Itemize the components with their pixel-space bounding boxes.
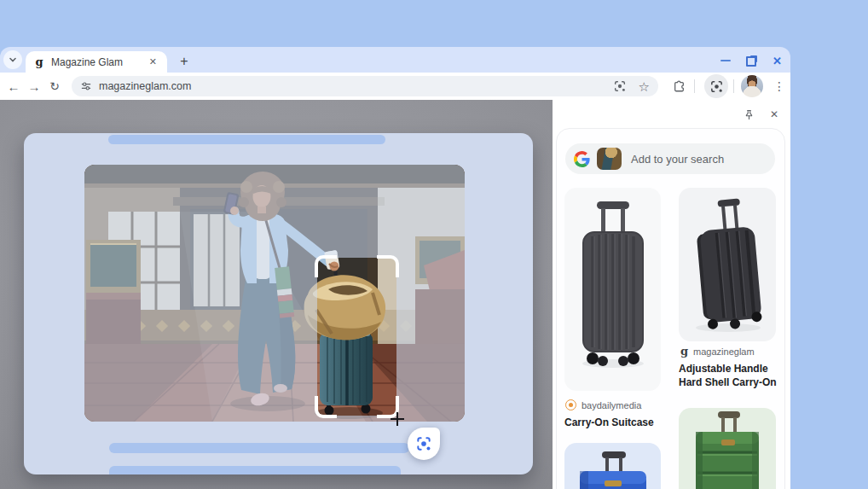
blue-suitcase-image: [564, 443, 661, 489]
search-placeholder: Add to your search: [631, 153, 724, 166]
minimize-button[interactable]: [720, 60, 731, 62]
address-bar[interactable]: magazineglam.com ☆: [72, 76, 658, 96]
tab-title: Magazine Glam: [51, 56, 146, 68]
result-source: magazineglam: [693, 346, 755, 357]
gray-suitcase-angled-image: [679, 188, 776, 341]
url-text: magazineglam.com: [99, 80, 613, 92]
lens-search-icon[interactable]: [613, 79, 627, 93]
window-close-button[interactable]: ✕: [773, 55, 782, 67]
google-g-icon: [574, 151, 590, 167]
lens-overlay-button[interactable]: [704, 74, 728, 98]
pin-icon: [743, 108, 755, 121]
station-photo-scene: [84, 165, 465, 422]
skeleton-text-bar: [108, 135, 385, 144]
forward-button[interactable]: →: [24, 76, 44, 96]
restore-button[interactable]: [746, 55, 757, 67]
tab-search-button[interactable]: [3, 50, 22, 69]
selection-corner-icon[interactable]: [315, 255, 337, 277]
article-photo-lens-target[interactable]: [84, 165, 465, 422]
site-settings-icon: [80, 80, 92, 92]
lens-search-input[interactable]: Add to your search: [565, 143, 775, 174]
toolbar-divider: [733, 79, 734, 93]
selection-corner-icon[interactable]: [377, 255, 399, 277]
lens-fab-button[interactable]: [408, 428, 440, 460]
lens-side-panel: ✕ Add to your search: [553, 100, 790, 489]
tab-magazine-glam[interactable]: g Magazine Glam ✕: [26, 51, 167, 73]
selected-region-thumbnail[interactable]: [597, 148, 622, 170]
extensions-icon: [672, 79, 686, 94]
bookmark-star-icon[interactable]: ☆: [639, 80, 650, 93]
profile-avatar[interactable]: [741, 75, 763, 97]
result-source: baydailymedia: [582, 400, 641, 410]
result-image-blue-suitcase[interactable]: [564, 443, 661, 489]
green-suitcase-image: [679, 408, 776, 489]
chevron-down-icon: [8, 55, 18, 65]
extensions-button[interactable]: [668, 76, 689, 96]
pin-panel-button[interactable]: [741, 107, 756, 122]
result-source-row[interactable]: g magazineglam: [680, 346, 755, 357]
baydailymedia-favicon-icon: [565, 399, 576, 410]
window-controls: ✕: [720, 52, 782, 69]
result-title[interactable]: Carry-On Suitcase: [564, 416, 663, 429]
toolbar-divider: [694, 79, 695, 93]
browser-toolbar: ← → ↻ magazineglam.com ☆: [0, 73, 790, 100]
desktop: { "browser": { "tab": { "title": "Magazi…: [0, 0, 868, 489]
result-image-hard-shell-carry-on[interactable]: [679, 188, 776, 341]
google-lens-icon: [709, 79, 724, 94]
gray-suitcase-front-image: [564, 188, 661, 391]
window-content: ✕ Add to your search: [0, 100, 790, 489]
panel-close-button[interactable]: ✕: [767, 107, 782, 122]
result-image-carry-on-suitcase[interactable]: [564, 188, 661, 391]
browser-menu-button[interactable]: ⋮: [769, 76, 790, 96]
skeleton-text-bar: [109, 466, 401, 474]
webpage-dimmed: [0, 100, 553, 489]
selection-corner-icon[interactable]: [315, 396, 337, 418]
browser-window: g Magazine Glam ✕ + ✕ ← → ↻ magazineglam…: [0, 47, 790, 489]
result-image-green-suitcase[interactable]: [679, 408, 776, 489]
result-title[interactable]: Adjustable Handle Hard Shell Carry-On: [679, 362, 779, 389]
skeleton-text-bar: [109, 443, 409, 453]
google-lens-icon: [415, 435, 432, 452]
crosshair-cursor: [391, 412, 404, 426]
magazineglam-favicon-icon: g: [680, 346, 688, 357]
new-tab-button[interactable]: +: [174, 51, 194, 72]
tab-close-icon[interactable]: ✕: [146, 55, 160, 69]
lens-selection-box[interactable]: [317, 258, 396, 416]
back-button[interactable]: ←: [3, 76, 24, 96]
reload-button[interactable]: ↻: [44, 76, 65, 96]
result-source-row[interactable]: baydailymedia: [565, 399, 641, 410]
tab-favicon-icon: g: [32, 55, 46, 69]
panel-actions: ✕: [741, 107, 782, 122]
